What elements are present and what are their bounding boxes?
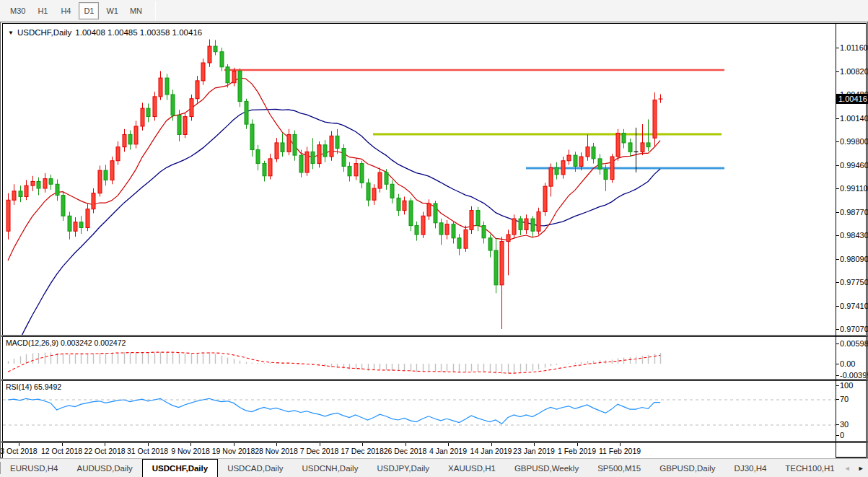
bull-candle — [537, 212, 540, 232]
bull-candle — [268, 159, 272, 176]
bear-candle — [415, 226, 418, 235]
bull-candle — [567, 155, 571, 161]
bull-candle — [561, 161, 565, 175]
main-chart-pane[interactable] — [3, 25, 836, 335]
macd-canvas[interactable] — [3, 337, 836, 379]
timeframe-button-mn[interactable]: MN — [126, 2, 146, 19]
bear-candle — [128, 134, 132, 144]
rsi-line — [8, 398, 660, 424]
symbol-tab-audusd-daily[interactable]: AUDUSD,Daily — [67, 459, 141, 477]
date-axis[interactable]: 3 Oct 201812 Oct 201822 Oct 201831 Oct 2… — [3, 443, 836, 458]
bear-candle — [476, 211, 480, 226]
main-chart-canvas[interactable] — [3, 25, 836, 335]
bear-candle — [336, 136, 339, 148]
bear-candle — [452, 224, 455, 238]
axis-tick — [836, 141, 839, 142]
bear-candle — [68, 216, 71, 231]
bull-candle — [25, 185, 28, 196]
chart-title: ▼ USDCHF,Daily 1.00408 1.00485 1.00358 1… — [8, 28, 202, 37]
bull-candle — [354, 164, 358, 176]
tab-scroll-left-icon[interactable]: ◄ — [844, 465, 851, 472]
symbol-tab-gbpusd-daily[interactable]: GBPUSD,Daily — [650, 459, 724, 477]
axis-tick — [836, 399, 839, 400]
bull-candle — [427, 204, 431, 216]
bear-candle — [457, 238, 461, 248]
symbol-tab-usdchf-daily[interactable]: USDCHF,Daily — [142, 459, 218, 477]
axis-tick — [836, 71, 839, 72]
bear-candle — [238, 71, 242, 102]
price-axis-label: 0.99110 — [840, 184, 868, 193]
timeframe-button-h1[interactable]: H1 — [32, 2, 53, 19]
bull-candle — [190, 99, 193, 117]
symbol-tab-usdjpy-daily[interactable]: USDJPY,Daily — [367, 459, 439, 477]
bear-candle — [245, 102, 248, 125]
chart-dropdown-icon[interactable]: ▼ — [8, 30, 14, 36]
timeframe-button-w1[interactable]: W1 — [102, 2, 123, 19]
date-tick — [405, 443, 406, 446]
date-tick — [276, 443, 277, 446]
bull-candle — [579, 157, 583, 166]
axis-tick — [836, 424, 839, 425]
symbol-tab-xauusd-h1[interactable]: XAUUSD,H1 — [439, 459, 505, 477]
axis-tick — [836, 259, 839, 260]
symbol-tab-sp500-m15[interactable]: SP500,M15 — [588, 459, 650, 477]
bear-candle — [323, 145, 327, 157]
macd-pane[interactable] — [3, 337, 836, 379]
price-axis-label: 0.97410 — [840, 302, 868, 310]
bull-candle — [500, 242, 504, 285]
rsi-canvas[interactable] — [3, 381, 836, 441]
bull-candle — [12, 191, 16, 200]
axis-tick — [836, 188, 839, 189]
symbol-tab-usdcad-daily[interactable]: USDCAD,Daily — [218, 459, 292, 477]
bear-candle — [646, 143, 650, 147]
bull-candle — [141, 108, 144, 126]
bull-candle — [134, 126, 138, 144]
bull-candle — [31, 181, 35, 185]
price-axis-label: 1.01160 — [840, 43, 868, 52]
bear-candle — [165, 78, 169, 95]
bull-candle — [512, 219, 516, 235]
bull-candle — [123, 134, 126, 146]
chart-ohlc-values: 1.00408 1.00485 1.00358 1.00416 — [75, 28, 202, 37]
timeframe-button-m30[interactable]: M30 — [6, 2, 30, 19]
axis-tick — [836, 165, 839, 166]
bull-candle — [653, 100, 657, 139]
symbol-tab-eurusd-h4[interactable]: EURUSD,H4 — [1, 459, 67, 477]
slow-ma-line — [8, 110, 660, 336]
timeframe-button-d1[interactable]: D1 — [79, 2, 99, 19]
bear-candle — [146, 108, 150, 116]
tab-scroll-right-icon[interactable]: ► — [858, 465, 864, 472]
chart-window: 3 Oct 201812 Oct 201822 Oct 201831 Oct 2… — [0, 22, 868, 458]
bull-candle — [208, 46, 211, 63]
price-axis-label: 0.97750 — [840, 278, 868, 286]
bull-candle — [507, 235, 510, 242]
date-tick — [105, 443, 105, 446]
bear-candle — [385, 172, 388, 184]
bear-candle — [177, 115, 181, 135]
bear-candle — [19, 191, 22, 197]
date-tick — [491, 443, 492, 446]
axis-tick — [836, 212, 839, 213]
bear-candle — [49, 179, 53, 185]
bear-candle — [390, 184, 394, 198]
bear-candle — [360, 164, 364, 183]
symbol-tab-dj30-h4[interactable]: DJ30,H4 — [725, 459, 776, 477]
rsi-pane[interactable] — [3, 381, 836, 441]
bear-candle — [311, 152, 315, 163]
axis-tick — [836, 118, 839, 119]
symbol-tab-usdcnh-daily[interactable]: USDCNH,Daily — [292, 459, 367, 477]
bull-candle — [92, 193, 95, 209]
bull-candle — [232, 71, 236, 83]
bear-candle — [171, 95, 175, 115]
bull-candle — [153, 97, 157, 117]
bull-candle — [403, 201, 406, 210]
rsi-axis-label: 100 — [840, 381, 853, 390]
symbol-tab-gbpusd-weekly[interactable]: GBPUSD,Weekly — [505, 459, 588, 477]
bear-candle — [250, 124, 254, 149]
bear-candle — [628, 143, 632, 152]
symbol-tab-tech100-h1[interactable]: TECH100,H1 — [776, 459, 843, 477]
bull-candle — [201, 63, 205, 81]
timeframe-button-h4[interactable]: H4 — [56, 2, 76, 19]
bear-candle — [598, 159, 602, 169]
chart-symbol-label: USDCHF,Daily — [17, 28, 71, 37]
